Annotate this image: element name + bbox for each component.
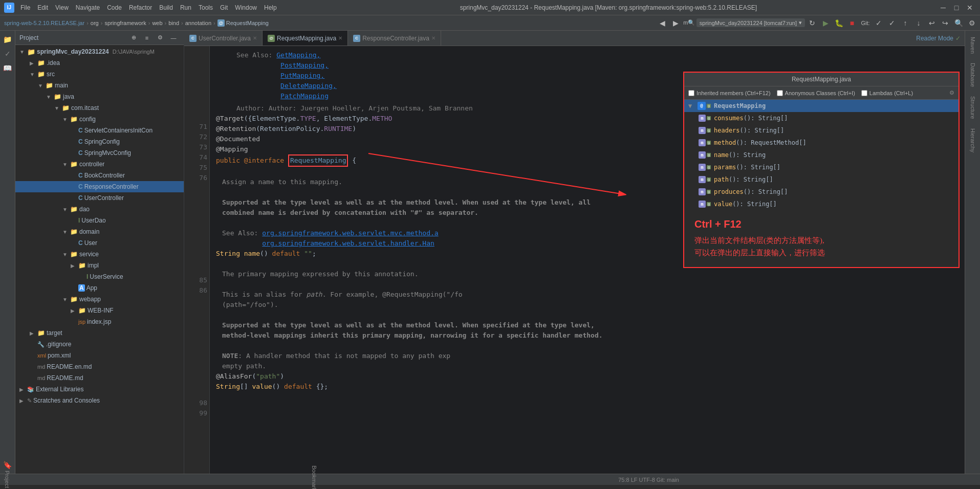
menu-window[interactable]: Window [232, 3, 260, 12]
run-config[interactable]: springMvc_day20231224 [tomcat7:run] ▾ [696, 18, 805, 27]
git-pull[interactable]: ↓ [912, 17, 925, 29]
tree-target[interactable]: ▶ 📁 target [15, 327, 184, 339]
project-icon-3[interactable]: ⚙ [154, 32, 166, 43]
checkbox-anonymous[interactable]: Anonymous Classes (Ctrl+I) [777, 90, 855, 96]
redo-button[interactable]: ↪ [939, 17, 951, 29]
menu-edit[interactable]: Edit [34, 3, 51, 12]
refresh-button[interactable]: ↻ [806, 17, 818, 29]
project-icon-2[interactable]: ≡ [141, 32, 153, 43]
popup-item-value[interactable]: m g value(): String[] [684, 198, 959, 210]
popup-item-headers[interactable]: m g headers(): String[] [684, 124, 959, 137]
see-also-patchmapping[interactable]: PatchMapping [280, 92, 329, 100]
minimize-button[interactable]: ─ [937, 2, 949, 13]
sidebar-label-maven[interactable]: Maven [970, 33, 976, 58]
tree-index-jsp[interactable]: jsp index.jsp [15, 316, 184, 327]
tree-readme-en[interactable]: md README.en.md [15, 361, 184, 372]
see-also-putmapping[interactable]: PutMapping, [280, 72, 324, 79]
tree-user[interactable]: C User [15, 237, 184, 249]
menu-navigate[interactable]: Navigate [73, 3, 103, 12]
see-also-postmapping[interactable]: PostMapping, [280, 61, 329, 69]
menu-view[interactable]: View [52, 3, 72, 12]
tab-close-requestmapping[interactable]: ✕ [338, 35, 342, 41]
checkbox-lambdas-input[interactable] [861, 90, 867, 96]
tree-webapp[interactable]: ▼ 📁 webapp [15, 294, 184, 305]
maximize-button[interactable]: □ [950, 2, 963, 13]
see-also-link2[interactable]: org.springframework.web.servlet.handler.… [262, 239, 434, 247]
tree-src[interactable]: ▼ 📁 src [15, 69, 184, 80]
requestmapping-highlight[interactable]: RequestMapping [288, 154, 349, 167]
checkbox-inherited-input[interactable] [688, 90, 694, 96]
back-button[interactable]: ◀ [657, 17, 669, 29]
checkbox-inherited[interactable]: Inherited members (Ctrl+F12) [688, 90, 771, 96]
popup-item-produces[interactable]: m g produces(): String[] [684, 186, 959, 198]
tree-impl[interactable]: ▶ 📁 impl [15, 260, 184, 271]
tree-pom[interactable]: xml pom.xml [15, 350, 184, 361]
tree-bookcontroller[interactable]: C BookController [15, 170, 184, 181]
tree-responsecontroller[interactable]: C ResponseController [15, 181, 184, 192]
tree-root[interactable]: ▼ 📁 springMvc_day20231224 D:\JAVA\spring… [15, 46, 184, 57]
tree-servlet[interactable]: C ServletContainersInitCon [15, 125, 184, 136]
bottom-project[interactable]: Project [4, 471, 10, 488]
tab-responsecontroller[interactable]: C ResponseController.java ✕ [348, 31, 441, 46]
tree-webinf[interactable]: ▶ 📁 WEB-INF [15, 305, 184, 316]
search-everywhere-button[interactable]: m🔍 [683, 17, 695, 29]
tree-readme[interactable]: md README.md [15, 372, 184, 384]
tree-springconfig[interactable]: C SpringConfig [15, 136, 184, 147]
close-button[interactable]: ✕ [964, 2, 976, 13]
search-button[interactable]: 🔍 [952, 17, 965, 29]
sidebar-icon-learn[interactable]: 📖 [1, 61, 14, 75]
checkbox-anonymous-input[interactable] [777, 90, 783, 96]
tree-idea[interactable]: ▶ 📁 .idea [15, 57, 184, 69]
menu-help[interactable]: Help [261, 3, 280, 12]
tree-usercontroller[interactable]: C UserController [15, 192, 184, 204]
run-button[interactable]: ▶ [819, 17, 832, 29]
tree-main[interactable]: ▼ 📁 main [15, 80, 184, 91]
reader-mode[interactable]: Reader Mode ✓ [912, 35, 965, 42]
see-also-link1[interactable]: org.springframework.web.servlet.mvc.meth… [262, 229, 438, 237]
tree-domain[interactable]: ▼ 📁 domain [15, 226, 184, 237]
tree-config[interactable]: ▼ 📁 config [15, 114, 184, 125]
menu-code[interactable]: Code [104, 3, 125, 12]
popup-gear-icon[interactable]: ⚙ [949, 90, 954, 96]
tree-userdao[interactable]: I UserDao [15, 215, 184, 226]
see-also-deletemapping[interactable]: DeleteMapping, [280, 82, 337, 90]
sidebar-label-structure[interactable]: Structure [970, 92, 976, 123]
tab-close-usercontroller[interactable]: ✕ [253, 35, 257, 41]
tree-scratches[interactable]: ▶ ✎ Scratches and Consoles [15, 395, 184, 406]
tree-springmvcconfig[interactable]: C SpringMvcConfig [15, 147, 184, 159]
sidebar-icon-commit[interactable]: ✓ [1, 47, 14, 60]
menu-build[interactable]: Build [156, 3, 176, 12]
debug-button[interactable]: 🐛 [833, 17, 845, 29]
tree-service[interactable]: ▼ 📁 service [15, 249, 184, 260]
sidebar-label-database[interactable]: Database [970, 59, 976, 91]
popup-item-method[interactable]: m g method(): RequestMethod[] [684, 137, 959, 149]
sidebar-icon-bookmarks[interactable]: 🔖 [1, 458, 14, 472]
popup-item-consumes[interactable]: m g consumes(): String[] [684, 112, 959, 124]
tree-com-itcast[interactable]: ▼ 📁 com.itcast [15, 102, 184, 114]
tab-close-responsecontroller[interactable]: ✕ [431, 35, 435, 41]
tree-controller[interactable]: ▼ 📁 controller [15, 159, 184, 170]
git-push[interactable]: ↑ [899, 17, 911, 29]
tree-java[interactable]: ▼ 📁 java [15, 91, 184, 102]
git-check1[interactable]: ✓ [873, 17, 885, 29]
menu-git[interactable]: Git [217, 3, 231, 12]
sidebar-label-hierarchy[interactable]: Hierarchy [970, 124, 976, 157]
tab-usercontroller[interactable]: C UserController.java ✕ [184, 31, 263, 46]
project-close[interactable]: — [167, 32, 180, 43]
project-icon-1[interactable]: ⊕ [127, 32, 140, 43]
menu-run[interactable]: Run [177, 3, 194, 12]
tree-dao[interactable]: ▼ 📁 dao [15, 204, 184, 215]
menu-file[interactable]: File [17, 3, 33, 12]
forward-button[interactable]: ▶ [670, 17, 682, 29]
tree-external-libs[interactable]: ▶ 📚 External Libraries [15, 384, 184, 395]
git-check2[interactable]: ✓ [886, 17, 898, 29]
tab-requestmapping[interactable]: @ RequestMapping.java ✕ [263, 31, 348, 46]
menu-refactor[interactable]: Refactor [126, 3, 155, 12]
sidebar-icon-project[interactable]: 📁 [1, 33, 14, 46]
popup-item-name[interactable]: m g name(): String [684, 149, 959, 161]
checkbox-lambdas[interactable]: Lambdas (Ctrl+L) [861, 90, 913, 96]
tree-gitignore[interactable]: 🔧 .gitignore [15, 339, 184, 350]
settings-button[interactable]: ⚙ [966, 17, 978, 29]
tree-app[interactable]: A App [15, 282, 184, 294]
tree-userservice[interactable]: I UserService [15, 271, 184, 282]
